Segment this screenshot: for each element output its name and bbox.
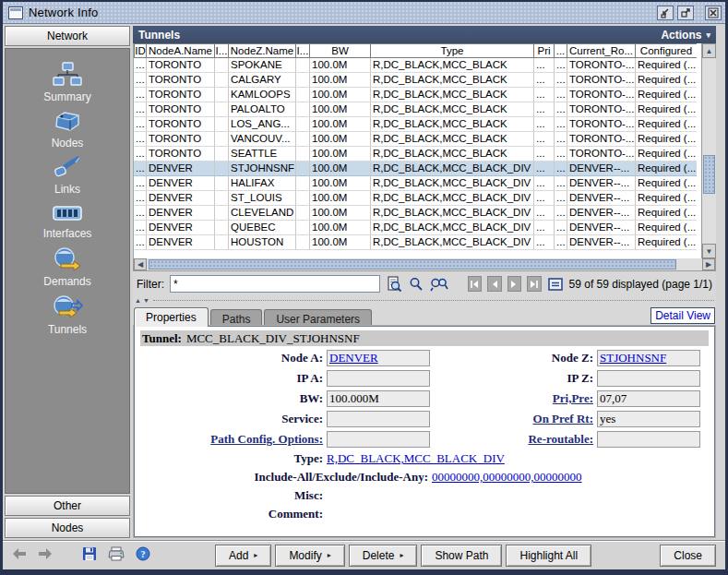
table-cell[interactable]: Required (... (636, 58, 697, 73)
table-cell[interactable]: Required (... (636, 235, 697, 250)
table-cell[interactable]: ... (534, 88, 555, 102)
vertical-scroll-thumb[interactable] (703, 155, 715, 194)
table-cell[interactable]: Required (... (636, 102, 697, 117)
column-header[interactable]: I... (296, 43, 310, 58)
table-cell[interactable]: ... (534, 102, 555, 117)
column-header[interactable]: I... (215, 43, 229, 58)
table-cell[interactable]: DENVER--... (567, 221, 636, 235)
table-cell[interactable]: TORONTO-... (567, 117, 636, 132)
table-cell[interactable]: QUEBEC (229, 221, 296, 235)
table-cell[interactable]: R,DC_BLACK,MCC_BLACK (371, 73, 534, 88)
table-cell[interactable] (215, 58, 229, 73)
table-cell[interactable]: TORONTO (147, 88, 215, 102)
next-page-button[interactable] (507, 276, 522, 292)
table-cell[interactable]: DENVER--... (567, 176, 636, 191)
table-cell[interactable]: TORONTO-... (567, 73, 636, 88)
table-cell[interactable]: 100.0M (310, 117, 371, 132)
table-cell[interactable]: ... (555, 73, 567, 88)
table-cell[interactable] (215, 117, 229, 132)
table-cell[interactable]: ... (134, 132, 147, 147)
highlight-all-button[interactable]: Highlight All (506, 545, 591, 567)
column-header[interactable]: NodeA.Name (147, 43, 215, 58)
table-cell[interactable]: R,DC_BLACK,MCC_BLACK_DIV (371, 221, 534, 235)
table-cell[interactable] (296, 191, 310, 206)
table-cell[interactable]: ... (134, 73, 147, 88)
sidebar-item-links[interactable]: Links (6, 156, 129, 196)
table-cell[interactable]: HOUSTON (229, 235, 296, 250)
search-button[interactable] (408, 275, 424, 293)
back-button[interactable] (12, 547, 27, 564)
table-cell[interactable]: DENVER (147, 206, 215, 221)
on-pref-rt-label-link[interactable]: On Pref Rt: (432, 412, 595, 426)
table-cell[interactable]: ... (555, 88, 567, 102)
table-cell[interactable] (215, 221, 229, 235)
table-cell[interactable]: ... (134, 102, 147, 117)
table-cell[interactable]: ... (134, 191, 147, 206)
table-cell[interactable]: DENVER--... (567, 206, 636, 221)
table-cell[interactable]: 100.0M (310, 58, 371, 73)
table-cell[interactable]: HALIFAX (229, 176, 296, 191)
modify-button[interactable]: Modify▸ (275, 545, 344, 567)
column-header[interactable]: NodeZ.Name (229, 43, 296, 58)
table-cell[interactable]: ... (134, 117, 147, 132)
last-page-button[interactable] (527, 276, 542, 292)
horizontal-scrollbar[interactable]: ◀ ▶ (133, 258, 716, 271)
table-cell[interactable]: Required (... (636, 88, 697, 102)
table-cell[interactable]: VANCOUV... (229, 132, 296, 147)
titlebar[interactable]: Network Info (3, 2, 725, 24)
table-cell[interactable] (296, 221, 310, 235)
type-link[interactable]: R,DC_BLACK,MCC_BLACK_DIV (327, 451, 505, 466)
table-cell[interactable]: ... (555, 58, 567, 73)
table-row[interactable]: ...TORONTOKAMLOOPS100.0MR,DC_BLACK,MCC_B… (134, 88, 701, 102)
table-row[interactable]: ...TORONTOSPOKANE100.0MR,DC_BLACK,MCC_BL… (134, 58, 701, 73)
table-cell[interactable]: ... (555, 221, 567, 235)
forward-button[interactable] (38, 547, 53, 564)
close-button[interactable] (705, 6, 722, 20)
pri-pre-label-link[interactable]: Pri,Pre: (432, 391, 595, 406)
table-cell[interactable]: ... (555, 206, 567, 221)
table-cell[interactable] (215, 176, 229, 191)
table-cell[interactable]: TORONTO-... (567, 88, 636, 102)
column-header[interactable]: Type (371, 43, 534, 58)
table-cell[interactable]: DENVER (147, 235, 215, 250)
table-cell[interactable]: CALGARY (229, 73, 296, 88)
detail-view-link[interactable]: Detail View (650, 307, 715, 324)
table-cell[interactable] (296, 73, 310, 88)
actions-menu-button[interactable]: Actions ▾ (661, 29, 710, 42)
table-cell[interactable]: ... (555, 162, 567, 176)
table-cell[interactable]: ... (134, 162, 147, 176)
table-cell[interactable]: Required (... (636, 221, 697, 235)
table-cell[interactable]: ... (555, 191, 567, 206)
column-header[interactable]: Current_Ro... (567, 43, 636, 58)
first-page-button[interactable] (468, 276, 483, 292)
table-cell[interactable] (215, 191, 229, 206)
table-cell[interactable] (215, 102, 229, 117)
table-cell[interactable]: PALOALTO (229, 102, 296, 117)
collapse-down-icon[interactable]: ▼ (143, 297, 149, 305)
table-row[interactable]: ...DENVERHALIFAX100.0MR,DC_BLACK,MCC_BLA… (134, 176, 701, 191)
table-cell[interactable] (296, 102, 310, 117)
table-cell[interactable]: ... (134, 235, 147, 250)
node-z-link[interactable]: STJOHNSNF (600, 351, 666, 365)
tab-properties[interactable]: Properties (134, 307, 209, 327)
table-cell[interactable]: DENVER (147, 221, 215, 235)
category-button-other[interactable]: Other (5, 496, 130, 516)
horizontal-scroll-track[interactable] (147, 258, 702, 270)
table-cell[interactable]: ... (534, 58, 555, 73)
table-cell[interactable]: ... (534, 206, 555, 221)
table-cell[interactable]: ... (555, 176, 567, 191)
sidebar-item-interfaces[interactable]: Interfaces (6, 202, 129, 240)
scroll-down-button[interactable]: ▼ (702, 244, 716, 258)
re-routable-label-link[interactable]: Re-routable: (432, 432, 595, 447)
table-cell[interactable]: STJOHNSNF (229, 162, 296, 176)
table-cell[interactable] (215, 147, 229, 162)
table-row[interactable]: ...TORONTOPALOALTO100.0MR,DC_BLACK,MCC_B… (134, 102, 701, 117)
table-cell[interactable]: CLEVELAND (229, 206, 296, 221)
table-cell[interactable] (215, 88, 229, 102)
table-cell[interactable]: R,DC_BLACK,MCC_BLACK_DIV (371, 176, 534, 191)
minimize-button[interactable] (657, 6, 674, 20)
table-cell[interactable]: Required (... (636, 117, 697, 132)
table-cell[interactable] (296, 206, 310, 221)
table-cell[interactable] (296, 176, 310, 191)
table-cell[interactable] (296, 147, 310, 162)
